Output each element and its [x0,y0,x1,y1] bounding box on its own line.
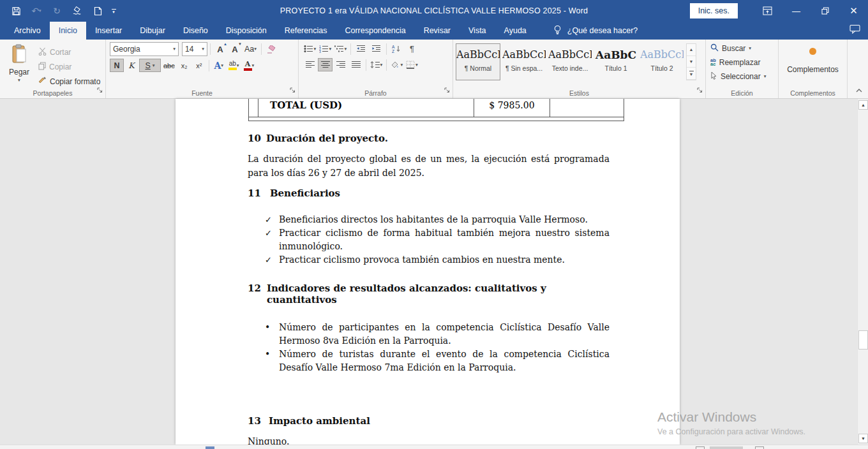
vertical-scrollbar[interactable]: ▲ ▼ [857,99,868,445]
shading-button[interactable]: ▾ [389,58,404,71]
tab-archivo[interactable]: Archivo [5,22,50,40]
ribbon: Pegar ▾ Cortar Copiar Copiar formato [0,40,868,99]
tab-ayuda[interactable]: Ayuda [495,22,535,40]
highlight-color-button[interactable]: ab ▾ [227,59,241,72]
style-name: Título 1 [594,64,638,72]
ribbon-tab-row: Archivo Inicio Insertar Dibujar Diseño D… [0,22,868,40]
tab-dibujar[interactable]: Dibujar [131,22,174,40]
sign-in-button[interactable]: Inic. ses. [690,3,738,18]
numbering-button[interactable]: 123 ▾ [318,42,333,55]
select-button[interactable]: Seleccionar ▾ [710,70,776,84]
format-painter-button[interactable]: Copiar formato [36,75,102,88]
ribbon-display-options-icon[interactable] [753,0,782,22]
tab-insertar[interactable]: Insertar [86,22,131,40]
group-label-complementos: Complementos [779,89,847,97]
ink-eraser-icon[interactable] [68,3,87,19]
tab-inicio[interactable]: Inicio [50,22,86,40]
close-button[interactable]: ✕ [839,0,868,22]
chevron-down-icon: ▾ [202,47,204,52]
replace-icon: abac [710,59,716,66]
shrink-font-button[interactable]: A▼ [228,43,242,56]
justify-button[interactable] [348,58,363,71]
document-content: 10 Duración del proyecto. La duración de… [176,133,680,445]
cut-button[interactable]: Cortar [36,45,102,59]
style-sin-espaciado[interactable]: AaBbCcD ¶ Sin espa... [502,43,546,80]
line-spacing-button[interactable]: ▾ [369,58,384,71]
styles-more-icon[interactable]: ▼ [687,68,696,80]
grow-font-button[interactable]: A▲ [213,43,227,56]
customize-quick-access-icon[interactable]: ▾ [108,3,119,19]
styles-scroll-up-icon[interactable]: ▲ [687,44,696,56]
paste-button[interactable]: Pegar ▾ [2,41,36,87]
style-texto-independiente[interactable]: AaBbCcD Texto inde... [548,43,592,80]
document-page[interactable]: TOTAL (USD) $ 7985.00 10 Duración del pr… [176,99,680,445]
tell-me-box[interactable]: ¿Qué desea hacer? [553,22,638,40]
style-name: ¶ Sin espa... [502,64,546,72]
list-item: ✓ Beneficiarios directos los habitantes … [248,213,610,226]
cut-label: Cortar [50,48,71,57]
strikethrough-button[interactable]: abc [161,59,177,72]
scrollbar-thumb[interactable] [858,330,868,350]
replace-button[interactable]: abac Reemplazar [710,55,776,70]
group-label-portapapeles: Portapapeles [0,89,105,97]
style-normal[interactable]: AaBbCcD ¶ Normal [456,43,500,80]
font-family-select[interactable]: Georgia ▾ [110,42,179,56]
table-bottom-border [249,117,624,121]
undo-icon[interactable]: ↶▾ [27,3,46,19]
sort-button[interactable]: AZ [389,42,404,55]
format-painter-label: Copiar formato [50,77,100,86]
clear-formatting-button[interactable] [264,43,278,56]
scroll-up-icon[interactable]: ▲ [858,100,868,110]
copy-button[interactable]: Copiar [36,60,102,73]
addins-button[interactable]: Complementos [787,65,839,74]
tab-vista[interactable]: Vista [460,22,495,40]
align-center-button[interactable] [318,58,333,71]
section-heading-12: 12 Indicadores de resultados alcanzados:… [248,283,610,305]
style-sample: AaBbCcD [502,47,546,63]
style-titulo-1[interactable]: AaBbC Título 1 [594,43,638,80]
collapse-ribbon-icon[interactable] [855,84,863,96]
replace-label: Reemplazar [719,58,761,67]
tab-disposicion[interactable]: Disposición [217,22,276,40]
restore-button[interactable] [811,0,839,22]
document-table: TOTAL (USD) $ 7985.00 [248,99,624,121]
bullets-button[interactable]: ▾ [303,42,317,55]
tab-diseno[interactable]: Diseño [174,22,217,40]
new-document-icon[interactable] [88,3,107,19]
save-icon[interactable] [6,3,26,19]
tab-revisar[interactable]: Revisar [415,22,460,40]
subscript-button[interactable]: x₂ [177,59,191,72]
style-sample: AaBbC [594,47,638,63]
decrease-indent-button[interactable] [354,42,368,55]
styles-scroll-down-icon[interactable]: ▼ [687,56,696,68]
font-size-select[interactable]: 14 ▾ [182,42,207,56]
bold-button[interactable]: N [110,59,124,72]
copy-label: Copiar [49,63,71,71]
borders-button[interactable]: ▾ [405,58,419,71]
scroll-down-icon[interactable]: ▼ [858,434,868,443]
multilevel-list-button[interactable]: ▾ [333,42,348,55]
change-case-button[interactable]: Aa▾ [243,43,258,56]
superscript-button[interactable]: x² [192,59,206,72]
redo-icon[interactable]: ↻ [47,3,66,19]
align-left-button[interactable] [303,58,317,71]
show-marks-button[interactable]: ¶ [405,42,419,55]
list-item: • Número de turistas durante el evento d… [248,348,610,374]
tab-correspondencia[interactable]: Correspondencia [336,22,414,40]
underline-button[interactable]: S ▾ [139,59,161,72]
check-icon: ✓ [265,226,279,253]
align-right-button[interactable] [333,58,348,71]
style-titulo-2[interactable]: AaBbCcD Título 2 [640,43,684,80]
italic-button[interactable]: K [124,59,138,72]
increase-indent-button[interactable] [369,42,384,55]
taskbar-icon-sliver [696,446,705,449]
text-effects-button[interactable]: A▾ [212,59,226,72]
tab-referencias[interactable]: Referencias [276,22,336,40]
minimize-button[interactable]: — [782,0,811,22]
list-item-text: Número de turistas durante el evento de … [279,348,610,374]
feedback-icon[interactable] [849,24,860,36]
font-color-button[interactable]: A ▾ [242,59,257,72]
styles-gallery-scroll: ▲ ▼ ▼ [686,43,696,80]
find-button[interactable]: Buscar ▾ [710,41,776,55]
chevron-down-icon: ▾ [314,47,317,52]
